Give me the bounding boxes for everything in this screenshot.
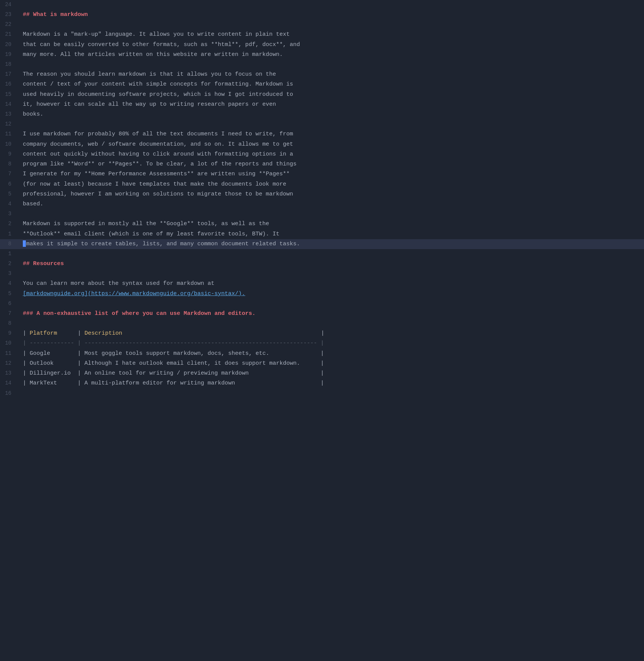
line-number: 2: [0, 219, 19, 229]
line-content[interactable]: professional, however I am working on so…: [19, 189, 644, 199]
line-content[interactable]: many more. All the articles written on t…: [19, 50, 644, 60]
line-content[interactable]: that can be easily converted to other fo…: [19, 40, 644, 50]
line-content[interactable]: program like **Word** or **Pages**. To b…: [19, 159, 644, 169]
line-content[interactable]: (for now at least) because I have templa…: [19, 180, 644, 189]
line-number: 19: [0, 50, 19, 59]
line-number: 16: [0, 79, 19, 89]
line-number: 2: [0, 259, 19, 269]
editor-line: 8makes it simple to create tables, lists…: [0, 239, 644, 249]
editor-line: 12: [0, 119, 644, 129]
editor-line: 3: [0, 209, 644, 219]
line-number: 18: [0, 60, 19, 69]
line-content[interactable]: The reason you should learn markdown is …: [19, 70, 644, 79]
line-number: 23: [0, 10, 19, 19]
editor-line: 6: [0, 299, 644, 309]
line-number: 5: [0, 289, 19, 299]
line-content[interactable]: ## What is markdown: [19, 10, 644, 20]
line-number: 12: [0, 119, 19, 129]
editor-line: 15used heavily in documenting software p…: [0, 90, 644, 100]
editor-line: 1: [0, 249, 644, 259]
editor-line: 14| MarkText | A multi-platform editor f…: [0, 378, 644, 388]
editor-line: 14it, however it can scale all the way u…: [0, 100, 644, 110]
editor-line: 11| Google | Most goggle tools support m…: [0, 349, 644, 359]
line-content[interactable]: based.: [19, 199, 644, 209]
text-cursor: [23, 240, 26, 247]
editor-line: 16: [0, 389, 644, 399]
editor-line: 18: [0, 60, 644, 70]
editor-line: 3: [0, 269, 644, 279]
line-number: 20: [0, 40, 19, 49]
line-content[interactable]: Markdown is supported in mostly all the …: [19, 219, 644, 229]
line-number: 4: [0, 199, 19, 209]
line-number: 24: [0, 0, 19, 10]
line-number: 10: [0, 140, 19, 149]
editor-line: 4You can learn more about the syntax use…: [0, 279, 644, 289]
line-content[interactable]: [markdownguide.org](https://www.markdown…: [19, 289, 644, 299]
editor-line: 22: [0, 20, 644, 30]
line-number: 11: [0, 349, 19, 358]
line-content[interactable]: | Outlook | Although I hate outlook emai…: [19, 359, 644, 369]
editor-line: 5professional, however I am working on s…: [0, 189, 644, 199]
line-content[interactable]: **Outlook** email client (which is one o…: [19, 229, 644, 239]
line-content[interactable]: | Dillinger.io | An online tool for writ…: [19, 369, 644, 378]
line-number: 14: [0, 378, 19, 388]
editor-line: 20that can be easily converted to other …: [0, 40, 644, 50]
line-number: 14: [0, 100, 19, 109]
line-content[interactable]: company documents, web / software docume…: [19, 140, 644, 149]
editor-line: 4based.: [0, 199, 644, 209]
line-content[interactable]: | Platform | Description |: [19, 329, 644, 338]
line-content[interactable]: books.: [19, 110, 644, 119]
editor-line: 6(for now at least) because I have templ…: [0, 180, 644, 189]
line-number: 13: [0, 369, 19, 378]
editor-line: 2## Resources: [0, 259, 644, 269]
line-content[interactable]: | ------------- | ----------------------…: [19, 338, 644, 348]
editor: 2423## What is markdown2221Markdown is a…: [0, 0, 644, 661]
editor-line: 8: [0, 319, 644, 329]
line-number: 15: [0, 90, 19, 99]
line-number: 12: [0, 359, 19, 368]
line-number: 4: [0, 279, 19, 288]
line-number: 5: [0, 189, 19, 199]
line-content[interactable]: | Google | Most goggle tools support mar…: [19, 349, 644, 359]
editor-line: 2Markdown is supported in mostly all the…: [0, 219, 644, 229]
line-number: 8: [0, 239, 19, 249]
line-content[interactable]: Markdown is a "mark-up" language. It all…: [19, 30, 644, 40]
line-content[interactable]: I use markdown for probably 80% of all t…: [19, 129, 644, 139]
editor-line: 12| Outlook | Although I hate outlook em…: [0, 359, 644, 369]
editor-line: 11I use markdown for probably 80% of all…: [0, 129, 644, 139]
line-number: 1: [0, 249, 19, 259]
editor-line: 1**Outlook** email client (which is one …: [0, 229, 644, 239]
editor-line: 19many more. All the articles written on…: [0, 50, 644, 60]
editor-line: 24: [0, 0, 644, 10]
line-content[interactable]: You can learn more about the syntax used…: [19, 279, 644, 289]
line-number: 6: [0, 299, 19, 308]
editor-line: 9| Platform | Description |: [0, 329, 644, 338]
line-number: 3: [0, 269, 19, 278]
line-number: 16: [0, 389, 19, 398]
editor-line: 21Markdown is a "mark-up" language. It a…: [0, 30, 644, 40]
editor-line: 7I generate for my **Home Performance As…: [0, 169, 644, 179]
line-number: 11: [0, 129, 19, 139]
line-content[interactable]: content out quickly without having to cl…: [19, 149, 644, 159]
line-number: 7: [0, 169, 19, 179]
line-number: 8: [0, 159, 19, 169]
editor-line: 13| Dillinger.io | An online tool for wr…: [0, 369, 644, 378]
line-content[interactable]: makes it simple to create tables, lists,…: [19, 239, 644, 249]
line-number: 1: [0, 229, 19, 239]
line-content[interactable]: I generate for my **Home Performance Ass…: [19, 169, 644, 179]
line-content[interactable]: ### A non-exhaustive list of where you c…: [19, 309, 644, 319]
line-number: 13: [0, 110, 19, 119]
editor-line: 23## What is markdown: [0, 10, 644, 20]
line-content[interactable]: it, however it can scale all the way up …: [19, 100, 644, 110]
editor-line: 13books.: [0, 110, 644, 119]
line-number: 21: [0, 30, 19, 39]
editor-line: 8program like **Word** or **Pages**. To …: [0, 159, 644, 169]
line-number: 17: [0, 70, 19, 79]
line-content[interactable]: ## Resources: [19, 259, 644, 269]
line-content[interactable]: | MarkText | A multi-platform editor for…: [19, 378, 644, 388]
line-content[interactable]: content / text of your content with simp…: [19, 79, 644, 89]
line-content[interactable]: used heavily in documenting software pro…: [19, 90, 644, 100]
line-number: 6: [0, 180, 19, 189]
editor-line: 17The reason you should learn markdown i…: [0, 70, 644, 79]
line-number: 10: [0, 338, 19, 348]
